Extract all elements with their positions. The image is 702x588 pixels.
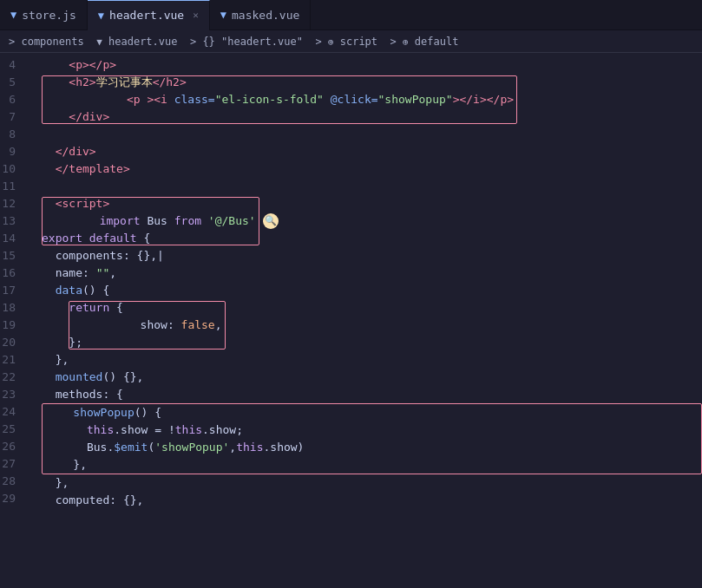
cursor: | (157, 247, 164, 265)
code-token: .show) (263, 439, 304, 456)
line-num-29: 29 (0, 490, 24, 507)
tab-store[interactable]: ▼ store.js (0, 0, 88, 30)
code-token: 'showPopup' (154, 439, 229, 456)
line-num-8: 8 (0, 126, 24, 143)
code-token (46, 421, 87, 439)
code-token (46, 404, 73, 421)
code-token (324, 93, 331, 106)
breadcrumb: > components ▼ headert.vue > {} "headert… (0, 30, 702, 53)
line-num-13: 13 (0, 212, 24, 230)
line-num-17: 17 (0, 282, 24, 299)
code-line-4: <p></p> (42, 56, 702, 74)
code-token: this (87, 421, 114, 439)
line-num-21: 21 (0, 351, 24, 369)
line-num-26: 26 (0, 438, 24, 455)
code-line-27: }, (43, 456, 701, 474)
code-token (42, 282, 56, 299)
code-line-13: import Bus from '@/Bus' 🔍 (42, 212, 702, 230)
code-token: computed: {}, (42, 492, 143, 509)
line-num-25: 25 (0, 421, 24, 438)
code-token: name: (42, 265, 96, 282)
code-token: Bus. (46, 439, 114, 456)
code-token: .show; (202, 421, 243, 439)
code-token: <p ><i (100, 93, 174, 106)
code-token: }; (42, 334, 82, 351)
code-line-7: </div> (42, 108, 702, 126)
line-num-19: 19 (0, 317, 24, 334)
code-line-6: <p ><i class="el-icon-s-fold" @click="sh… (42, 91, 702, 108)
line-num-14: 14 (0, 230, 24, 247)
search-icon: 🔍 (263, 213, 279, 229)
line-num-7: 7 (0, 108, 24, 126)
code-token: Bus (141, 214, 174, 227)
code-token: > (102, 108, 109, 126)
code-token: }, (46, 456, 87, 474)
line-num-9: 9 (0, 143, 24, 160)
code-token: ( (148, 439, 154, 456)
code-token: this (175, 421, 202, 439)
line-num-15: 15 (0, 247, 24, 265)
line-num-24: 24 (0, 403, 24, 421)
tab-headert-close[interactable]: ✕ (193, 10, 199, 21)
line-num-4: 4 (0, 56, 24, 74)
tab-store-label: store.js (22, 9, 76, 22)
code-token: class= (174, 93, 215, 106)
code-token: , (229, 439, 236, 456)
code-token: data (56, 282, 82, 299)
code-line-15: components: {},| (42, 247, 702, 265)
line-num-10: 10 (0, 160, 24, 178)
breadcrumb-text: > components ▼ headert.vue > {} "headert… (9, 36, 458, 48)
code-line-21: }, (42, 351, 702, 369)
line-num-20: 20 (0, 334, 24, 351)
line-num-18: 18 (0, 299, 24, 317)
line-num-6: 6 (0, 91, 24, 108)
code-token: div (82, 108, 102, 126)
code-token: '@/Bus' (201, 214, 256, 227)
code-token: }, (42, 351, 69, 369)
line-num-12: 12 (0, 195, 24, 212)
tab-masked[interactable]: ▼ masked.vue (210, 0, 312, 30)
code-token: <p></p> (42, 56, 116, 74)
code-area: 4 5 6 7 8 9 10 11 12 13 14 15 16 17 18 1… (0, 53, 702, 588)
code-token: () { (134, 404, 161, 421)
code-token: , (109, 265, 116, 282)
line-numbers: 4 5 6 7 8 9 10 11 12 13 14 15 16 17 18 1… (0, 53, 33, 588)
code-line-19: show: false, (42, 317, 702, 334)
code-token (42, 317, 69, 334)
code-line-16: name: "", (42, 265, 702, 282)
code-line-28: }, (42, 474, 702, 492)
code-box-methods: showPopup() { this.show = !this.show; Bu… (42, 403, 702, 474)
code-token: mounted (56, 369, 103, 386)
code-token: </template> (42, 160, 130, 178)
code-token: ></i></p> (453, 93, 514, 106)
code-line-24: showPopup() { (43, 404, 701, 421)
line-num-28: 28 (0, 473, 24, 490)
code-line-26: Bus.$emit('showPopup',this.show) (43, 439, 701, 456)
code-token: () { (82, 282, 109, 299)
code-token: () {}, (102, 369, 143, 386)
code-token (42, 299, 69, 317)
code-token: export (42, 230, 82, 247)
code-token: "showPopup" (378, 93, 453, 106)
code-token: components: {}, (42, 247, 157, 265)
code-token: "" (96, 265, 110, 282)
code-line-9: </div> (42, 143, 702, 160)
line-num-27: 27 (0, 455, 24, 473)
tab-headert[interactable]: ▼ headert.vue ✕ (88, 0, 210, 30)
tab-store-icon: ▼ (10, 9, 16, 21)
code-token: , (215, 318, 222, 331)
code-line-29: computed: {}, (42, 492, 702, 509)
code-content: <p></p> <h2>学习记事本</h2> <p ><i class="el-… (33, 53, 702, 588)
code-token: }, (42, 474, 69, 492)
code-line-20: }; (42, 334, 702, 351)
tab-headert-label: headert.vue (109, 9, 184, 22)
code-token: </ (42, 108, 82, 126)
code-token: "el-icon-s-fold" (215, 93, 324, 106)
code-token: { (137, 230, 151, 247)
code-token: </div> (42, 143, 96, 160)
code-token: $emit (114, 439, 148, 456)
tab-masked-label: masked.vue (232, 9, 299, 22)
code-token: show: (127, 318, 181, 331)
line-num-22: 22 (0, 369, 24, 386)
code-line-17: data() { (42, 282, 702, 299)
